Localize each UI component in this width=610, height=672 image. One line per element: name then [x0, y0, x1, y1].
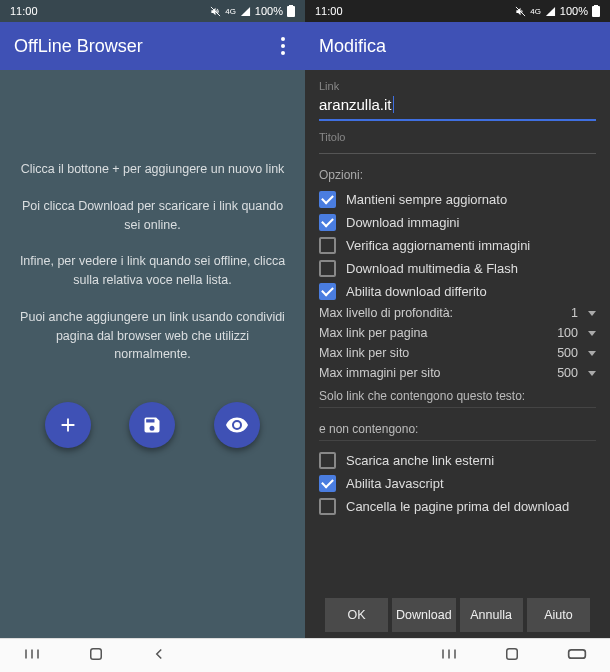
back-button[interactable]: [150, 645, 168, 667]
cancel-button[interactable]: Annulla: [460, 598, 523, 632]
title-label: Titolo: [319, 131, 596, 143]
battery-icon: [287, 5, 295, 17]
status-time: 11:00: [10, 5, 38, 17]
checkbox-external-links[interactable]: Scarica anche link esterni: [319, 449, 596, 472]
checkbox-icon: [319, 237, 336, 254]
checkbox-icon: [319, 452, 336, 469]
status-bar: 11:00 4G 100%: [305, 0, 610, 22]
status-bar: 11:00 4G 100%: [0, 0, 305, 22]
filter-contains-input[interactable]: [319, 407, 596, 408]
checkbox-icon: [319, 498, 336, 515]
back-button[interactable]: [567, 647, 587, 665]
svg-rect-1: [287, 6, 295, 17]
intro-text-4: Puoi anche aggiungere un link usando con…: [18, 308, 287, 364]
battery-percent: 100%: [560, 5, 588, 17]
max-link-page-dropdown[interactable]: Max link per pagina 100: [319, 323, 596, 343]
checkbox-delete-pages[interactable]: Cancella le pagine prima del download: [319, 495, 596, 518]
app-title: OffLine Browser: [14, 36, 143, 57]
network-label: 4G: [530, 7, 541, 16]
battery-icon: [592, 5, 600, 17]
filter-not-input[interactable]: [319, 440, 596, 441]
filter-not-label: e non contengono:: [319, 422, 596, 436]
intro-text-2: Poi clicca Download per scaricare i link…: [18, 197, 287, 235]
app-title: Modifica: [319, 36, 386, 57]
title-input[interactable]: [319, 143, 596, 154]
recents-button[interactable]: [23, 645, 41, 667]
view-button[interactable]: [214, 402, 260, 448]
checkbox-icon: [319, 260, 336, 277]
chevron-down-icon: [588, 351, 596, 356]
eye-icon: [225, 413, 249, 437]
save-icon: [142, 415, 162, 435]
checkbox-deferred[interactable]: Abilita download differito: [319, 280, 596, 303]
max-link-site-dropdown[interactable]: Max link per sito 500: [319, 343, 596, 363]
intro-text-3: Infine, per vedere i link quando sei off…: [18, 252, 287, 290]
mute-icon: [210, 6, 221, 17]
svg-rect-5: [594, 5, 598, 7]
help-button[interactable]: Aiuto: [527, 598, 590, 632]
network-label: 4G: [225, 7, 236, 16]
status-time: 11:00: [315, 5, 343, 17]
android-nav-bar: [0, 638, 610, 672]
svg-rect-14: [569, 649, 586, 657]
battery-percent: 100%: [255, 5, 283, 17]
mute-icon: [515, 6, 526, 17]
checkbox-icon: [319, 283, 336, 300]
svg-rect-13: [507, 648, 518, 659]
home-button[interactable]: [503, 645, 521, 667]
filter-contains-label: Solo link che contengono questo testo:: [319, 389, 596, 403]
checkbox-javascript[interactable]: Abilita Javascript: [319, 472, 596, 495]
download-button[interactable]: Download: [392, 598, 455, 632]
home-button[interactable]: [87, 645, 105, 667]
checkbox-verify-images[interactable]: Verifica aggiornamenti immagini: [319, 234, 596, 257]
download-button[interactable]: [129, 402, 175, 448]
svg-rect-9: [90, 648, 101, 659]
chevron-down-icon: [588, 371, 596, 376]
chevron-down-icon: [588, 331, 596, 336]
svg-rect-4: [592, 6, 600, 17]
signal-icon: [240, 6, 251, 17]
link-label: Link: [319, 80, 596, 92]
app-bar: Modifica: [305, 22, 610, 70]
link-input[interactable]: aranzulla.it: [319, 92, 596, 121]
plus-icon: [57, 414, 79, 436]
checkbox-icon: [319, 475, 336, 492]
app-bar: OffLine Browser: [0, 22, 305, 70]
overflow-menu-icon[interactable]: [275, 31, 291, 61]
signal-icon: [545, 6, 556, 17]
checkbox-multimedia[interactable]: Download multimedia & Flash: [319, 257, 596, 280]
checkbox-download-images[interactable]: Download immagini: [319, 211, 596, 234]
max-depth-dropdown[interactable]: Max livello di profondità: 1: [319, 303, 596, 323]
intro-text-1: Clicca il bottone + per aggiungere un nu…: [21, 160, 285, 179]
chevron-down-icon: [588, 311, 596, 316]
max-images-site-dropdown[interactable]: Max immagini per sito 500: [319, 363, 596, 383]
checkbox-icon: [319, 214, 336, 231]
checkbox-icon: [319, 191, 336, 208]
checkbox-keep-updated[interactable]: Mantieni sempre aggiornato: [319, 188, 596, 211]
add-button[interactable]: [45, 402, 91, 448]
options-label: Opzioni:: [319, 168, 596, 182]
ok-button[interactable]: OK: [325, 598, 388, 632]
recents-button[interactable]: [440, 645, 458, 667]
svg-rect-2: [289, 5, 293, 7]
